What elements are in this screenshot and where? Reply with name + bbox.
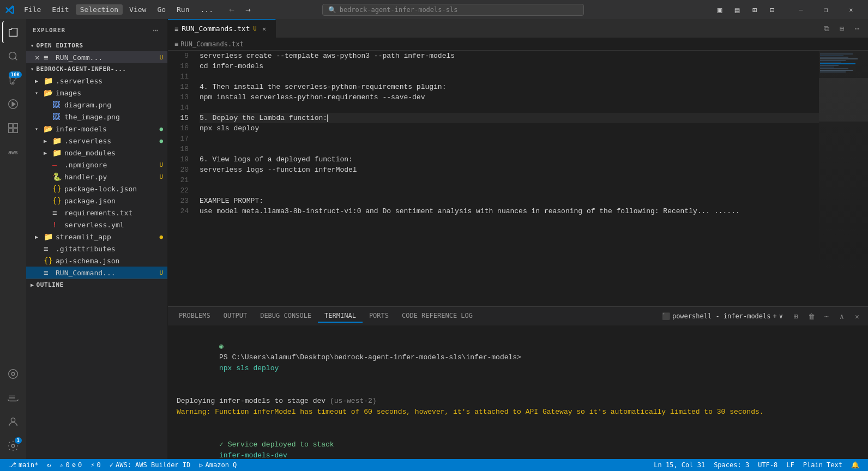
layout-split-btn[interactable]: ⊞ xyxy=(747,4,762,16)
terminal-instance-btn[interactable]: ⬛ powershell - infer-models + ∨ xyxy=(658,311,787,321)
close-panel-btn[interactable]: ✕ xyxy=(851,310,864,323)
code-line-23: EXAMPLE PROMPT: xyxy=(200,196,819,206)
open-in-editor-btn[interactable]: ⧉ xyxy=(820,22,833,35)
search-box[interactable]: 🔍 bedrock-agent-infer-models-sls xyxy=(322,4,584,16)
language-status[interactable]: Plain Text xyxy=(799,461,847,469)
source-control-icon[interactable]: 10K xyxy=(2,69,24,91)
run-commands-tab[interactable]: ≡ RUN_Commands.txt U ✕ xyxy=(168,19,276,38)
open-editor-run-commands[interactable]: ✕ ≡ RUN_Comm... U xyxy=(26,51,167,63)
extensions-icon[interactable] xyxy=(2,117,24,139)
streamlit-folder[interactable]: ▶ 📁 streamlit_app ● xyxy=(26,231,167,243)
node-modules-folder[interactable]: ▶ 📁 node_modules xyxy=(26,147,167,159)
ports-tab[interactable]: PORTS xyxy=(363,310,395,323)
aws-builder-status[interactable]: ✓ AWS: AWS Builder ID xyxy=(105,459,195,471)
npmignore-file[interactable]: — .npmignore U xyxy=(26,159,167,171)
sync-status[interactable]: ↻ xyxy=(43,459,55,471)
more-actions-btn[interactable]: ⋯ xyxy=(851,22,864,35)
line-num-18: 18 xyxy=(168,144,189,154)
more-terminal-btn[interactable]: ⋯ xyxy=(820,310,833,323)
package-lock-file[interactable]: {} package-lock.json xyxy=(26,183,167,195)
editor-body[interactable]: 9 10 11 12 13 14 15 16 17 18 19 20 21 22… xyxy=(168,51,868,306)
maximize-panel-btn[interactable]: ∧ xyxy=(835,310,848,323)
images-folder[interactable]: ▾ 📂 images xyxy=(26,87,167,99)
close-button[interactable]: ✕ xyxy=(839,0,864,19)
terminal-shell-icon: ⬛ xyxy=(662,312,670,320)
package-json-file[interactable]: {} package.json xyxy=(26,195,167,207)
spaces-status[interactable]: Spaces: 3 xyxy=(709,461,754,469)
code-content[interactable]: serverless create --template aws-python3… xyxy=(195,51,819,306)
explorer-icon[interactable] xyxy=(2,21,24,43)
menu-more[interactable]: ... xyxy=(196,4,218,15)
cursor-pos-label: Ln 15, Col 31 xyxy=(654,461,705,469)
aws-icon[interactable]: aws xyxy=(2,141,24,163)
account-icon[interactable] xyxy=(2,411,24,433)
package-json-label: package.json xyxy=(64,197,167,205)
layout-panel-btn[interactable]: ▤ xyxy=(730,4,745,16)
image-icon2: 🖼 xyxy=(52,112,62,121)
run-commands-label: RUN_Command... xyxy=(56,269,159,277)
run-commands-file[interactable]: ≡ RUN_Command... U xyxy=(26,267,167,279)
json-icon2: {} xyxy=(52,196,62,205)
remote-icon[interactable] xyxy=(2,363,24,385)
split-terminal-btn[interactable]: ⊞ xyxy=(789,310,803,323)
encoding-status[interactable]: UTF-8 xyxy=(754,461,782,469)
split-editor-btn[interactable]: ⊞ xyxy=(835,22,848,35)
project-header[interactable]: ▾ BEDROCK-AGENT-INFER-... xyxy=(26,63,167,75)
code-line-11 xyxy=(200,71,819,82)
open-editors-header[interactable]: ▾ OPEN EDITORS xyxy=(26,40,167,51)
forward-button[interactable]: → xyxy=(240,4,256,16)
terminal-output[interactable]: ◉ PS C:\Users\alamuf\Desktop\bedrock-age… xyxy=(168,326,868,459)
diagram-png[interactable]: 🖼 diagram.png xyxy=(26,99,167,111)
api-schema-file[interactable]: {} api-schema.json xyxy=(26,255,167,267)
new-file-button[interactable]: ⋯ xyxy=(150,25,161,35)
menu-selection[interactable]: Selection xyxy=(76,4,123,15)
the-image-png[interactable]: 🖼 the_image.png xyxy=(26,111,167,123)
outline-header[interactable]: ▶ OUTLINE xyxy=(26,279,167,291)
status-right: Ln 15, Col 31 Spaces: 3 UTF-8 LF Plain T… xyxy=(649,461,864,469)
term-prompt-dot: ◉ xyxy=(219,342,228,351)
requirements-txt-file[interactable]: ≡ requirements.txt xyxy=(26,207,167,219)
layout-grid-btn[interactable]: ⊟ xyxy=(764,4,780,16)
code-reference-tab[interactable]: CODE REFERENCE LOG xyxy=(395,310,479,323)
branch-status[interactable]: ⎇ main* xyxy=(4,459,43,471)
menu-go[interactable]: Go xyxy=(153,4,170,15)
serverless-folder[interactable]: ▶ 📁 .serverless xyxy=(26,75,167,87)
maximize-button[interactable]: ❐ xyxy=(813,0,839,19)
npmignore-icon: — xyxy=(52,160,62,169)
tab-close-button[interactable]: ✕ xyxy=(260,25,269,33)
menu-run[interactable]: Run xyxy=(172,4,194,15)
docker-icon[interactable] xyxy=(2,387,24,409)
serverless-yml-file[interactable]: ! serverless.yml xyxy=(26,219,167,231)
terminal-tab[interactable]: TERMINAL xyxy=(318,310,363,323)
kill-terminal-btn[interactable]: 🗑 xyxy=(805,310,818,323)
notifications-status[interactable]: ⚡ 0 xyxy=(86,459,105,471)
close-icon[interactable]: ✕ xyxy=(35,53,44,62)
debug-console-tab[interactable]: DEBUG CONSOLE xyxy=(254,310,318,323)
eol-status[interactable]: LF xyxy=(782,461,798,469)
project-arrow: ▾ xyxy=(31,66,34,72)
minimize-button[interactable]: — xyxy=(788,0,813,19)
problems-tab[interactable]: PROBLEMS xyxy=(172,310,217,323)
cursor-position[interactable]: Ln 15, Col 31 xyxy=(649,461,709,469)
menu-edit[interactable]: Edit xyxy=(47,4,73,15)
gitattributes-file[interactable]: ≡ .gitattributes xyxy=(26,243,167,255)
diagram-png-label: diagram.png xyxy=(64,101,167,109)
run-debug-icon[interactable] xyxy=(2,93,24,115)
handler-py-file[interactable]: 🐍 handler.py U xyxy=(26,171,167,183)
term-command: npx sls deploy xyxy=(219,364,279,372)
menu-view[interactable]: View xyxy=(125,4,150,15)
bell-status[interactable]: 🔔 xyxy=(847,461,864,469)
errors-status[interactable]: ⚠ 0 ⊘ 0 xyxy=(55,459,86,471)
back-button[interactable]: ← xyxy=(224,4,239,16)
outline-section: ▶ OUTLINE xyxy=(26,279,167,291)
output-tab[interactable]: OUTPUT xyxy=(217,310,254,323)
infer-models-folder[interactable]: ▾ 📂 infer-models ● xyxy=(26,123,167,135)
menu-file[interactable]: File xyxy=(20,4,45,15)
settings-icon[interactable]: 1 xyxy=(2,435,24,457)
layout-sidebar-btn[interactable]: ▣ xyxy=(712,4,727,16)
search-icon[interactable] xyxy=(2,45,24,67)
outline-label: OUTLINE xyxy=(37,281,64,288)
infer-serverless-folder[interactable]: ▶ 📁 .serverless ● xyxy=(26,135,167,147)
amazon-q-status[interactable]: ▷ Amazon Q xyxy=(195,459,241,471)
gitattr-icon: ≡ xyxy=(44,244,53,253)
